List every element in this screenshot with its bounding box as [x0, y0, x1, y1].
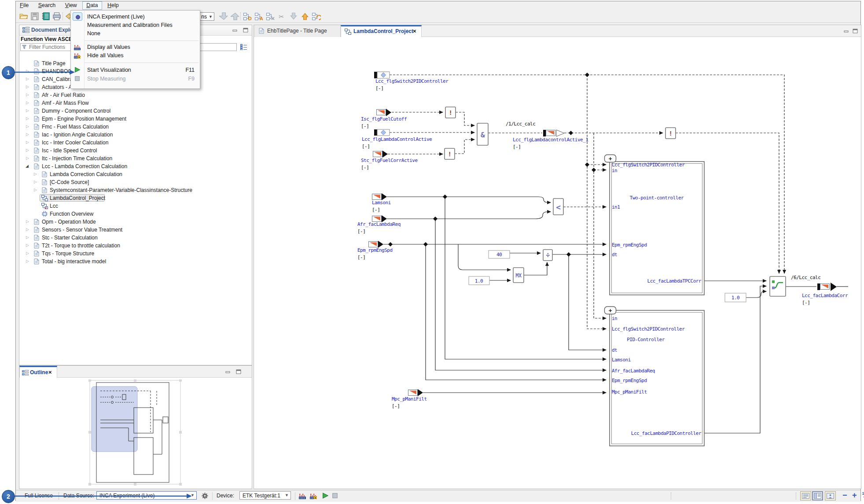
not-block-2[interactable]: !: [445, 148, 455, 159]
tree-item-lambda-correction[interactable]: ▷Lambda Correction Calculation: [19, 170, 252, 178]
tree-remove-icon[interactable]: ✕: [266, 12, 275, 21]
tree-item-dummy[interactable]: ▷Dummy - Component Control: [19, 107, 252, 115]
constant-1-0-b[interactable]: 1.0: [725, 293, 746, 302]
max-block[interactable]: MX: [513, 268, 524, 283]
tree-item-lcc[interactable]: ◢Lcc - Lambda Correction Calculation: [19, 162, 252, 170]
menu-item-start-visualization[interactable]: Start Visualization F11: [71, 66, 200, 74]
start-measuring-icon[interactable]: [322, 493, 328, 499]
input-rpmengspd[interactable]: Epm_rpmEngSpd [-]: [357, 241, 393, 260]
maximize-icon[interactable]: [243, 28, 248, 33]
zoom-level[interactable]: 100%: [860, 492, 864, 500]
view-list-button[interactable]: [800, 491, 811, 500]
import-icon[interactable]: [289, 12, 298, 21]
less-than-block[interactable]: <: [553, 199, 563, 215]
menu-item-hide-all-values[interactable]: Hide all Values: [71, 52, 200, 60]
tree-item-c-code-source[interactable]: ▷[C-Code Source]: [19, 178, 252, 186]
not-block-3[interactable]: !: [665, 128, 676, 139]
hide-values-icon[interactable]: [310, 493, 317, 499]
constant-40[interactable]: 40: [489, 250, 510, 258]
tree-item-iac[interactable]: ▷Iac - Ignition Angle Calculation: [19, 131, 252, 139]
close-icon[interactable]: ×: [48, 369, 52, 375]
expand-plus-icon[interactable]: +: [609, 155, 612, 162]
input-faclambdareq[interactable]: Afr_facLambdaReq [-]: [357, 215, 401, 234]
input-lamsoni[interactable]: Lamsoni [-]: [372, 193, 391, 213]
expand-plus-icon[interactable]: +: [609, 307, 612, 314]
navigate-down-icon[interactable]: [219, 12, 228, 21]
not-block-1[interactable]: !: [445, 107, 456, 118]
switch-block[interactable]: [770, 276, 786, 296]
zoom-in-button[interactable]: +: [852, 491, 857, 500]
svg-text:A: A: [260, 16, 263, 21]
print-icon[interactable]: [52, 12, 61, 21]
view-preview-button[interactable]: [825, 491, 836, 500]
device-combo[interactable]: ETK Testgerät:1▼: [239, 491, 291, 500]
two-point-controller-block[interactable]: + Lcc_flgSwitch2PIDController in Two-poi…: [605, 155, 705, 295]
and-block[interactable]: &: [477, 123, 488, 145]
tree-item-amf[interactable]: ▷Amf - Air Mass Flow: [19, 99, 252, 107]
pid-controller-block[interactable]: + in Lcc_flgSwitch2PIDController PID-Con…: [605, 307, 705, 446]
tree-add-data-icon[interactable]: D: [243, 12, 252, 21]
display-values-icon[interactable]: [299, 493, 306, 499]
maximize-icon[interactable]: [853, 29, 858, 33]
open-file-icon[interactable]: [19, 12, 28, 21]
tree-item-fmc[interactable]: ▷Fmc - Fuel Mass Calculation: [19, 123, 252, 131]
minimize-icon[interactable]: [225, 369, 231, 374]
tree-item-epm[interactable]: ▷Epm - Engine Position Management: [19, 115, 252, 123]
output-faclambdacorr[interactable]: Lcc_facLambdaCorr [-]: [802, 283, 848, 305]
view-menu-icon[interactable]: [240, 44, 247, 50]
tree-item-sensors[interactable]: ▷Sensors - Sensor Value Treatment: [19, 226, 252, 234]
menu-view[interactable]: View: [61, 1, 81, 10]
notebook-icon[interactable]: [41, 12, 50, 21]
constant-1-0-a[interactable]: 1.0: [469, 276, 489, 285]
tree-item-opm[interactable]: ▷Opm - Operation Mode: [19, 218, 252, 226]
tab-lambdacontrol-project[interactable]: LambdaControl_Project ×: [341, 25, 422, 37]
input-pmanifilt[interactable]: Mpc_pManiFilt [-]: [392, 389, 427, 409]
minimize-icon[interactable]: [232, 28, 238, 33]
view-split-button[interactable]: [812, 491, 823, 500]
tree-item-stc[interactable]: ▷Stc - Starter Calculation: [19, 234, 252, 242]
input-fuelcorractive[interactable]: Stc_flgFuelCorrActive [-]: [361, 151, 418, 170]
tab-ehbtitlepage[interactable]: EhbTitlePage - Title Page: [254, 25, 341, 37]
tree-item-t2t[interactable]: ▷T2t - Torque to throttle calculation: [19, 242, 252, 250]
input-fuelcutoff[interactable]: Isc_flgFuelCutoff [-]: [361, 109, 407, 129]
menu-item-stop-measuring[interactable]: Stop Measuring F9: [71, 75, 200, 83]
tree-item-isc[interactable]: ▷Isc - Idle Speed Control: [19, 147, 252, 155]
menu-item-none[interactable]: None: [71, 29, 200, 38]
navigate-up-icon[interactable]: [231, 12, 239, 21]
menu-item-measurement-files[interactable]: Measurement and Calibration Files: [71, 21, 200, 29]
save-icon[interactable]: [30, 12, 39, 21]
menu-search[interactable]: Search: [34, 1, 60, 10]
minimize-icon[interactable]: [844, 29, 849, 33]
data-source-combo[interactable]: INCA Experiment (Live)▼: [96, 491, 197, 500]
cut-icon[interactable]: ✂: [278, 12, 287, 21]
outline-tab[interactable]: Outline ×: [19, 366, 57, 378]
outline-thumbnail[interactable]: [85, 379, 186, 486]
gear-icon[interactable]: [202, 493, 208, 499]
menu-item-inca-experiment[interactable]: INCA Experiment (Live): [71, 13, 200, 21]
tree-item-function-overview[interactable]: Function Overview: [19, 210, 252, 218]
svg-text:dt: dt: [612, 252, 617, 258]
close-icon[interactable]: ×: [413, 28, 416, 34]
stop-measuring-icon[interactable]: [332, 493, 338, 499]
tree-item-tqs[interactable]: ▷Tqs - Torque Structure: [19, 250, 252, 258]
tree-item-total[interactable]: ▷Total - big interactive model: [19, 258, 252, 265]
tree-item-systemconstant[interactable]: ▷Systemconstant-Parameter-Variable-Class…: [19, 186, 252, 194]
tree-item-afr[interactable]: ▷Afr - Air Fuel Ratio: [19, 91, 252, 99]
tree-item-lambdacontrol-project[interactable]: LambdaControl_Project: [19, 194, 252, 202]
maximize-icon[interactable]: [236, 369, 241, 374]
tree-item-lcc-class[interactable]: cLcc: [19, 202, 252, 210]
zoom-out-button[interactable]: −: [842, 491, 847, 500]
menu-file[interactable]: File: [16, 1, 33, 10]
menu-help[interactable]: Help: [103, 1, 123, 10]
divide-block[interactable]: ÷: [543, 250, 552, 261]
wire-junctions: [388, 73, 596, 257]
menu-item-display-all-values[interactable]: Display all Values: [71, 43, 200, 52]
menu-data[interactable]: Data: [82, 1, 102, 10]
export-icon[interactable]: [301, 12, 309, 21]
tree-item-itc[interactable]: ▷Itc - Injection Time Calculation: [19, 155, 252, 162]
svg-text:Lcc_facLambdaTPCCorr: Lcc_facLambdaTPCCorr: [647, 278, 702, 284]
refresh-tree-icon[interactable]: [312, 12, 321, 21]
tree-item-icc[interactable]: ▷Icc - Inter Cooler Calculation: [19, 139, 252, 147]
block-diagram-canvas[interactable]: Lcc_flgSwitch2PIDController [-] Isc_flgF…: [254, 37, 861, 489]
tree-add-all-icon[interactable]: A: [255, 12, 264, 21]
